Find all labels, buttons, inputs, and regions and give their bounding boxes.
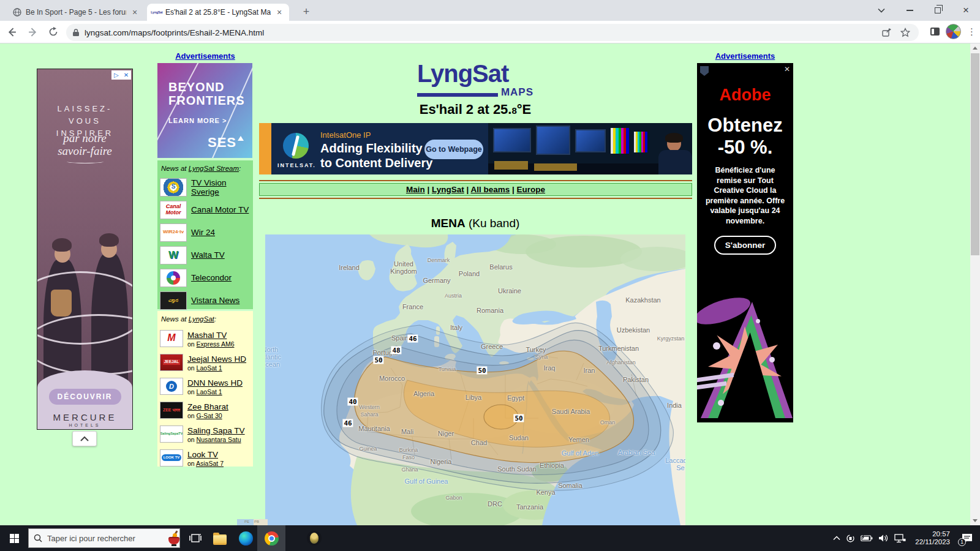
lyngsat-stream-link[interactable]: LyngSat Stream: [189, 165, 239, 172]
channel-link[interactable]: Vistara News: [191, 296, 239, 305]
channel-link[interactable]: Look TV: [187, 450, 218, 459]
telecondor-logo-icon: [160, 269, 187, 287]
satellite-link[interactable]: AsiaSat 7: [196, 460, 224, 467]
news-lyngsat-section: News at LyngSat: MMashal TVon Express AM…: [157, 311, 253, 467]
nav-link-europe[interactable]: Europe: [517, 185, 546, 194]
country-label: Guinea: [359, 445, 377, 452]
forward-button[interactable]: [23, 23, 42, 41]
ses-ad[interactable]: BEYOND FRONTIERS LEARN MORE > SES: [157, 63, 252, 158]
footprint-map[interactable]: IrelandUnited KingdomDenmarkGermanyPolan…: [265, 234, 685, 525]
channel-link[interactable]: Jeejal News HD: [187, 354, 246, 364]
channel-link[interactable]: Mashal TV: [187, 331, 227, 340]
restore-button[interactable]: [924, 0, 952, 21]
decouvrir-button[interactable]: DÉCOUVRIR: [48, 389, 121, 405]
notification-center-button[interactable]: 1: [959, 530, 975, 546]
channel-link[interactable]: Saling Sapa TV: [187, 426, 245, 435]
taskbar-clock[interactable]: 20:57 22/11/2023: [915, 530, 950, 547]
profile-avatar[interactable]: [946, 24, 961, 39]
hidden-icons-chevron[interactable]: [833, 536, 840, 541]
channel-link[interactable]: DNN News HD: [187, 378, 243, 388]
mercure-hotel-ad[interactable]: ▷✕ LAISSEZ- VOUS INSPIRER par notre savo…: [37, 69, 133, 430]
scrollbar-thumb[interactable]: [971, 53, 979, 255]
file-explorer-button[interactable]: [212, 530, 228, 546]
task-view-button[interactable]: [187, 530, 203, 546]
channel-satellite: on Express AM6: [187, 340, 234, 348]
satellite-link[interactable]: G-Sat 30: [197, 412, 222, 419]
ses-cta[interactable]: LEARN MORE >: [168, 117, 227, 124]
sabonner-button[interactable]: S'abonner: [714, 236, 776, 255]
country-label: Western Sahara: [359, 403, 379, 418]
channel-satellite: on LaoSat 1: [187, 388, 243, 395]
adchoices-icon[interactable]: ▷✕: [111, 70, 131, 80]
advertisements-link-left[interactable]: Advertisements: [157, 51, 253, 61]
lyngsat-channel-row: JEEJALJeejal News HDon LaoSat 1: [160, 350, 251, 374]
lyngsat-link[interactable]: LyngSat: [189, 315, 214, 323]
satellite-link[interactable]: Nusantara Satu: [197, 436, 241, 443]
artwork-dot: [718, 400, 724, 406]
edge-icon: [239, 531, 253, 545]
edge-browser-button[interactable]: [238, 530, 254, 546]
lyngsat-maps-logo[interactable]: LyngSat MAPS: [417, 61, 533, 99]
tab-close-icon[interactable]: ×: [274, 7, 284, 17]
satellite-link[interactable]: Express AM6: [197, 340, 235, 348]
browser-menu-icon[interactable]: ⋮: [967, 26, 976, 37]
scroll-up-arrow[interactable]: [970, 43, 980, 53]
country-label: Iran: [584, 367, 595, 374]
url-bar[interactable]: lyngsat.com/maps/footprints/Eshail-2-MEN…: [66, 24, 919, 41]
battery-icon[interactable]: [861, 534, 873, 542]
stream-channel-row: WWalta TV: [160, 244, 251, 266]
nav-link-lyngsat[interactable]: LyngSat: [432, 185, 464, 194]
channel-link[interactable]: TV Vision Sverige: [191, 178, 251, 197]
lyngsat-favicon-icon: LyngSat: [152, 7, 162, 17]
taskbar-search-box[interactable]: Taper ici pour rechercher: [28, 528, 180, 548]
reload-button[interactable]: [44, 23, 62, 41]
advertisements-link-right[interactable]: Advertisements: [697, 51, 793, 61]
satellite-link[interactable]: LaoSat 1: [197, 388, 222, 395]
tab-lyngsat-map[interactable]: LyngSat Es'hail 2 at 25.8°E - LyngSat Ma…: [147, 4, 289, 21]
go-to-webpage-button[interactable]: Go to Webpage: [424, 140, 483, 159]
back-button[interactable]: [2, 23, 21, 41]
stream-channel-row: STV Vision Sverige: [160, 176, 251, 198]
country-label: Germany: [423, 277, 450, 284]
satellite-link[interactable]: LaoSat 1: [197, 364, 222, 372]
channel-satellite: on LaoSat 1: [187, 364, 246, 372]
chrome-button[interactable]: [263, 530, 279, 546]
pinned-app-button[interactable]: [306, 530, 322, 546]
tab-title: Be In Sport - Page 5 - Les forum: [26, 8, 126, 17]
chrome-active-slot[interactable]: [257, 525, 285, 551]
country-label: Tanzania: [516, 503, 543, 511]
channel-link[interactable]: Canal Motor TV: [191, 205, 249, 214]
adobe-ad[interactable]: ✕ Adobe Obtenez -50 %. Bénéficiez d'une …: [697, 63, 793, 422]
monitor: [536, 126, 570, 155]
collapse-ad-chevron-button[interactable]: [72, 431, 97, 446]
country-label: Mauritania: [358, 425, 390, 432]
intelsat-banner-ad[interactable]: INTELSAT. IntelsatOne IP Adding Flexibil…: [259, 123, 692, 174]
tab-be-in-sport[interactable]: Be In Sport - Page 5 - Les forum ×: [7, 4, 145, 21]
bookmark-star-icon[interactable]: [900, 28, 910, 37]
channel-link[interactable]: Walta TV: [191, 250, 225, 260]
nav-link-main[interactable]: Main: [406, 185, 425, 194]
side-panel-icon[interactable]: [930, 28, 940, 36]
tab-close-icon[interactable]: ×: [130, 7, 140, 17]
nav-link-all-beams[interactable]: All beams: [471, 185, 510, 194]
start-button[interactable]: [0, 525, 28, 551]
page-scrollbar[interactable]: [970, 43, 980, 525]
colorbar-monitor: [634, 132, 647, 152]
channel-link[interactable]: Telecondor: [191, 273, 232, 282]
channel-link[interactable]: Wir 24: [191, 228, 215, 237]
tray-sync-icon[interactable]: [846, 534, 855, 543]
channel-link[interactable]: Zee Bharat: [187, 402, 228, 411]
mashal-logo-icon: M: [160, 330, 183, 347]
ad-close-icon[interactable]: ✕: [784, 65, 790, 73]
network-icon[interactable]: [894, 534, 906, 543]
scroll-down-arrow[interactable]: [970, 516, 980, 525]
tab-title: Es'hail 2 at 25.8°E - LyngSat Map: [165, 8, 271, 17]
minimize-button[interactable]: [895, 0, 924, 21]
tab-search-chevron-icon[interactable]: [867, 0, 895, 21]
close-window-button[interactable]: ×: [952, 0, 980, 21]
volume-icon[interactable]: [878, 534, 889, 542]
share-icon[interactable]: [881, 28, 892, 37]
ad-privacy-shield-icon[interactable]: [700, 66, 709, 76]
ses-logo: SES: [208, 135, 244, 151]
new-tab-button[interactable]: +: [299, 5, 314, 20]
